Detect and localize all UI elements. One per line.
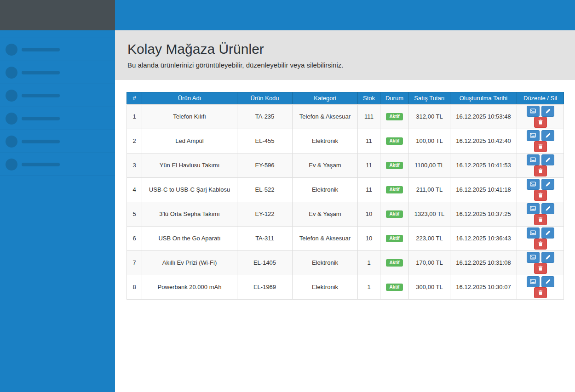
product-stock: 10 [358, 202, 380, 226]
products-table-wrap: #Ürün AdıÜrün KoduKategoriStokDurumSatış… [126, 92, 564, 300]
image-button[interactable] [527, 227, 540, 239]
column-header: Oluşturulma Tarihi [450, 92, 517, 104]
image-icon [530, 230, 536, 236]
sale-amount: 300,00 TL [409, 275, 450, 299]
sidebar-skeleton-item[interactable] [0, 107, 115, 130]
image-button[interactable] [527, 203, 540, 214]
delete-button[interactable] [534, 165, 547, 176]
delete-button[interactable] [534, 239, 547, 250]
image-button[interactable] [527, 154, 540, 165]
created-date: 16.12.2025 10:42:40 [450, 129, 517, 153]
skeleton-circle [6, 113, 17, 125]
table-row: 53'lü Orta Sepha TakımıEY-122Ev & Yaşam1… [127, 202, 564, 226]
row-number: 1 [127, 104, 142, 129]
column-header: Ürün Adı [142, 92, 237, 104]
image-button[interactable] [527, 179, 540, 190]
edit-button[interactable] [541, 276, 554, 287]
table-row: 8Powerbank 20.000 mAhEL-1969Elektronik1A… [127, 275, 564, 299]
edit-button[interactable] [541, 203, 554, 214]
product-status-cell: Aktif [380, 153, 409, 177]
sidebar-brand-block [0, 0, 115, 30]
table-row: 2Led AmpülEL-455Elektronik11Aktif100,00 … [127, 129, 564, 153]
skeleton-line [22, 140, 60, 143]
actions-cell [517, 177, 564, 202]
image-button[interactable] [527, 252, 540, 263]
sidebar-skeleton-item[interactable] [0, 84, 115, 107]
product-code: EY-596 [237, 153, 293, 177]
sidebar-skeleton-item[interactable] [0, 130, 115, 153]
product-stock: 1 [358, 275, 380, 299]
column-header: Düzenle / Sil [517, 92, 564, 104]
column-header: Stok [358, 92, 380, 104]
product-name: Akıllı Ev Prizi (Wi-Fi) [142, 250, 237, 275]
product-status-cell: Aktif [380, 226, 409, 250]
skeleton-line [22, 71, 60, 74]
status-badge: Aktif [386, 259, 402, 267]
image-icon [530, 205, 536, 211]
row-number: 2 [127, 129, 142, 153]
table-row: 4USB-C to USB-C Şarj KablosuEL-522Elektr… [127, 177, 564, 202]
page-header: Kolay Mağaza Ürünler Bu alanda ürünlerin… [115, 30, 575, 80]
product-code: EL-1405 [237, 250, 293, 275]
image-icon [530, 254, 536, 260]
table-row: 7Akıllı Ev Prizi (Wi-Fi)EL-1405Elektroni… [127, 250, 564, 275]
actions-cell [517, 202, 564, 226]
edit-button[interactable] [541, 130, 554, 141]
column-header: Satış Tutarı [409, 92, 450, 104]
row-number: 5 [127, 202, 142, 226]
product-status-cell: Aktif [380, 250, 409, 275]
edit-button[interactable] [541, 179, 554, 190]
delete-button[interactable] [534, 214, 547, 225]
product-code: EL-522 [237, 177, 293, 202]
skeleton-line [22, 163, 60, 166]
created-date: 16.12.2025 10:53:48 [450, 104, 517, 129]
product-category: Elektronik [293, 275, 358, 299]
edit-button[interactable] [541, 252, 554, 263]
actions-cell [517, 250, 564, 275]
delete-button[interactable] [534, 263, 547, 274]
sidebar [0, 0, 115, 392]
page-subtitle: Bu alanda ürünlerinizi görüntüleyebilir,… [127, 61, 563, 69]
table-body: 1Telefon KılıfıTA-235Telefon & Aksesuar1… [127, 104, 564, 300]
product-stock: 1 [358, 250, 380, 275]
edit-button[interactable] [541, 106, 554, 117]
delete-button[interactable] [534, 287, 547, 298]
sale-amount: 312,00 TL [409, 104, 450, 129]
status-badge: Aktif [386, 137, 402, 145]
pencil-icon [545, 133, 551, 138]
trash-icon [538, 119, 543, 125]
pencil-icon [545, 182, 551, 187]
edit-button[interactable] [541, 227, 554, 239]
created-date: 16.12.2025 10:30:07 [450, 275, 517, 299]
product-code: EL-1969 [237, 275, 293, 299]
product-category: Telefon & Aksesuar [293, 104, 358, 129]
image-button[interactable] [527, 106, 540, 117]
edit-button[interactable] [541, 154, 554, 165]
table-row: 1Telefon KılıfıTA-235Telefon & Aksesuar1… [127, 104, 564, 129]
sidebar-skeleton-item[interactable] [0, 61, 115, 84]
image-icon [530, 132, 536, 138]
status-badge: Aktif [386, 113, 402, 120]
product-name: Yün El Havlusu Takımı [142, 153, 237, 177]
skeleton-circle [6, 136, 17, 148]
product-code: TA-311 [237, 226, 293, 250]
sidebar-skeleton-item[interactable] [0, 38, 115, 61]
page-title: Kolay Mağaza Ürünler [127, 41, 563, 57]
product-name: USB On the Go Aparatı [142, 226, 237, 250]
skeleton-circle [6, 44, 17, 56]
column-header: Ürün Kodu [237, 92, 293, 104]
product-category: Elektronik [293, 250, 358, 275]
image-button[interactable] [527, 276, 540, 287]
image-button[interactable] [527, 130, 540, 141]
image-icon [530, 157, 536, 163]
sidebar-skeleton-item[interactable] [0, 153, 115, 176]
product-name: Telefon Kılıfı [142, 104, 237, 129]
sale-amount: 100,00 TL [409, 129, 450, 153]
delete-button[interactable] [534, 141, 547, 152]
sale-amount: 223,00 TL [409, 226, 450, 250]
delete-button[interactable] [534, 190, 547, 201]
delete-button[interactable] [534, 117, 547, 128]
created-date: 16.12.2025 10:41:53 [450, 153, 517, 177]
skeleton-line [22, 117, 60, 120]
trash-icon [538, 265, 543, 271]
